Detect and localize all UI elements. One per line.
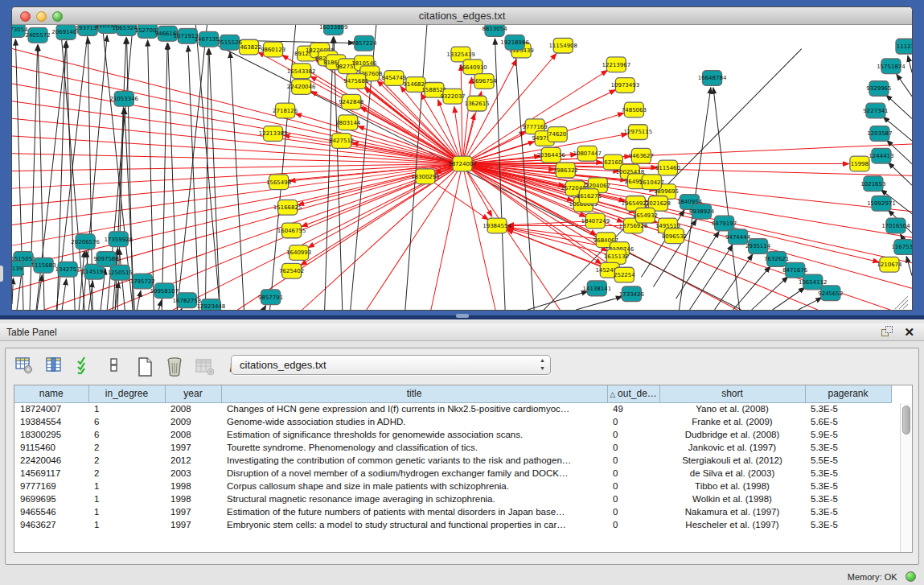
column-header-title[interactable]: title	[221, 385, 607, 402]
table-row[interactable]: 1872400712008Changes of HCN gene express…	[14, 402, 891, 415]
graph-node[interactable]: 7625402	[279, 263, 304, 278]
graph-node[interactable]: 16648784	[698, 71, 727, 86]
graph-node[interactable]: 12975115	[624, 125, 653, 140]
graph-node[interactable]: 11154908	[548, 38, 577, 53]
graph-node[interactable]: 1167533	[891, 240, 912, 255]
graph-node[interactable]: 2803144	[335, 115, 361, 130]
delete-column-icon[interactable]	[162, 353, 187, 377]
column-header-in_degree[interactable]: in_degree	[88, 385, 165, 402]
graph-node[interactable]: 9329965	[866, 81, 891, 97]
table-row[interactable]: 1938455462009Genome-wide association stu…	[14, 415, 891, 428]
graph-node[interactable]: 11123	[896, 39, 912, 54]
svg-text:62160: 62160	[604, 159, 622, 166]
graph-node[interactable]: 8813054	[482, 25, 507, 36]
graph-node[interactable]: 2935114	[745, 239, 771, 254]
graph-node[interactable]: 9227341	[863, 103, 888, 118]
graph-node[interactable]: 17016504	[881, 218, 910, 233]
graph-node[interactable]: 1795722	[130, 274, 155, 289]
citation-network-graph[interactable]: 1872400774638229860123891295418226058982…	[12, 25, 912, 310]
graph-node[interactable]: 1021653	[860, 176, 885, 192]
table-row[interactable]: 911546021997Tourette syndrome. Phenomeno…	[14, 441, 891, 454]
close-icon[interactable]: ✕	[904, 325, 914, 340]
graph-node[interactable]: 1654932	[633, 208, 658, 223]
graph-node[interactable]: 21053346	[109, 91, 138, 106]
svg-text:11154908: 11154908	[548, 43, 577, 49]
network-canvas[interactable]: 1872400774638229860123891295418226058982…	[12, 25, 912, 310]
column-header-short[interactable]: short	[659, 385, 805, 402]
graph-node[interactable]: 9857791	[258, 290, 283, 305]
column-header-out_de[interactable]: △out_de…	[607, 385, 659, 402]
graph-node[interactable]: 8938924	[689, 204, 715, 219]
table-row[interactable]: 969969511998Structural magnetic resonanc…	[14, 492, 891, 505]
graph-node[interactable]: 9097588	[94, 252, 119, 267]
graph-node[interactable]: 8096532	[662, 229, 687, 244]
graph-node[interactable]: 7986322	[553, 163, 578, 178]
graph-node[interactable]: 15751874	[877, 59, 906, 74]
new-column-icon[interactable]	[133, 353, 157, 377]
table-row[interactable]: 1456911722003Disruption of a novel membe…	[14, 467, 891, 480]
graph-node[interactable]: 252254	[614, 267, 635, 282]
graph-node[interactable]: 9115460	[655, 160, 680, 175]
graph-node[interactable]: 17359928	[104, 232, 133, 247]
graph-node[interactable]: 15998	[850, 156, 869, 171]
graph-node[interactable]: 2405572	[25, 27, 50, 43]
table-selector-dropdown[interactable]: citations_edges.txt ▲ ▼	[231, 355, 551, 375]
vertical-scrollbar[interactable]	[900, 403, 912, 552]
column-header-name[interactable]: name	[14, 385, 88, 402]
graph-node[interactable]: 1616275	[577, 189, 602, 204]
select-attributes-icon[interactable]	[72, 353, 97, 377]
graph-node[interactable]: 12213967	[602, 57, 631, 72]
table-row[interactable]: 977716911998Corpus callosum shape and si…	[14, 480, 891, 492]
graph-node[interactable]: 1342757	[55, 262, 80, 277]
graph-node[interactable]: 7632621	[764, 252, 789, 267]
graph-node[interactable]: 7485063	[622, 102, 647, 117]
split-divider-handle[interactable]	[456, 314, 469, 318]
graph-node[interactable]: 74620	[548, 127, 567, 142]
graph-node[interactable]: 1362615	[464, 96, 489, 111]
graph-node[interactable]: 1610427	[639, 175, 664, 190]
graph-node[interactable]: 14138141	[583, 281, 612, 296]
panel-collapse-handle[interactable]	[0, 266, 3, 282]
column-header-year[interactable]: year	[165, 385, 221, 402]
table-settings-icon[interactable]	[12, 353, 36, 377]
graph-node[interactable]: 39139	[12, 261, 23, 276]
network-window: citations_edges.txt 18724007746382298601…	[11, 6, 913, 311]
memory-status-indicator-icon[interactable]	[906, 571, 916, 582]
graph-node[interactable]: 1696754	[471, 74, 497, 89]
table-row[interactable]: 1830029562008Estimation of significance …	[14, 428, 891, 441]
graph-node[interactable]: 1115683	[31, 257, 55, 273]
graph-node[interactable]: 9245652	[818, 286, 843, 301]
graph-node[interactable]: 9322037	[440, 89, 465, 104]
float-window-icon[interactable]	[881, 326, 893, 339]
graph-node[interactable]: 9860123	[261, 42, 285, 57]
graph-node[interactable]: 9475685	[343, 74, 368, 89]
graph-node[interactable]: 1250515	[108, 265, 133, 280]
graph-node[interactable]: 16033809	[319, 25, 348, 35]
column-header-pagerank[interactable]: pagerank	[805, 385, 891, 402]
graph-node[interactable]: 10958107	[150, 283, 179, 299]
graph-node[interactable]: 1615132	[604, 249, 629, 265]
graph-node[interactable]: 2718126	[273, 103, 298, 118]
graph-node[interactable]: 8427512	[329, 134, 354, 149]
graph-node[interactable]: 6479197	[712, 216, 737, 231]
graph-node[interactable]: 7857224	[351, 35, 377, 51]
graph-node[interactable]: 9242848	[339, 94, 363, 109]
graph-node[interactable]: 1244413	[869, 148, 893, 163]
show-hide-columns-icon[interactable]	[42, 353, 66, 377]
table-row[interactable]: 946554611997Estimation of the future num…	[14, 505, 891, 518]
graph-node[interactable]: 20206576	[71, 234, 100, 249]
graph-node[interactable]: 1210674	[877, 257, 902, 272]
graph-node[interactable]: 1565498	[266, 175, 291, 190]
graph-node[interactable]: 1733426	[619, 286, 644, 302]
table-row[interactable]: 2242004622012Investigating the contribut…	[14, 454, 891, 467]
graph-node[interactable]: 16046755	[277, 223, 306, 238]
network-window-titlebar[interactable]: citations_edges.txt	[12, 7, 912, 25]
graph-node[interactable]: 9474444	[725, 229, 751, 245]
graph-node[interactable]: 1640993	[286, 245, 311, 261]
row-height-icon[interactable]	[102, 353, 126, 377]
graph-node[interactable]: 9463627	[629, 148, 654, 163]
table-row[interactable]: 946362711997Embryonic stem cells: a mode…	[14, 518, 891, 531]
graph-node[interactable]: 7515526	[217, 35, 242, 50]
scrollbar-thumb[interactable]	[902, 406, 910, 435]
graph-node[interactable]: 1203587	[867, 126, 892, 142]
